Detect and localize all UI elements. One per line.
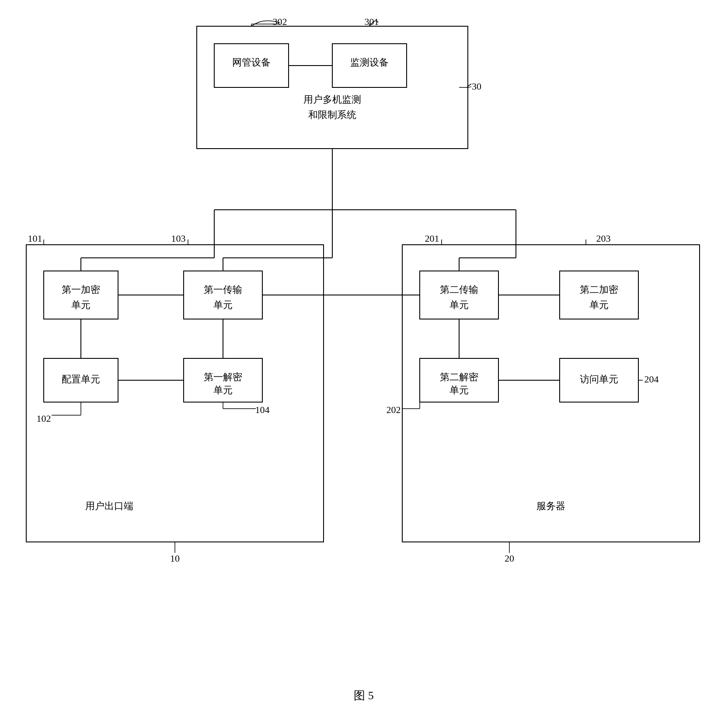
label-101-line1: 第一加密 <box>62 284 100 295</box>
top-system-label-line1: 用户多机监测 <box>303 94 361 105</box>
ref-30: 30 <box>472 81 481 92</box>
label-101-line2: 单元 <box>71 299 91 310</box>
label-301: 监测设备 <box>350 57 389 68</box>
ref-20: 20 <box>505 553 514 564</box>
ref-104: 104 <box>255 404 270 415</box>
ref-301: 301 <box>365 16 379 27</box>
ref-204: 204 <box>644 374 659 385</box>
ref-102: 102 <box>37 413 51 424</box>
label-104-line1: 第一解密 <box>204 371 242 382</box>
top-system-label-line2: 和限制系统 <box>308 109 356 120</box>
label-203-line1: 第二加密 <box>580 284 618 295</box>
label-201-line1: 第二传输 <box>440 284 478 295</box>
label-204: 访问单元 <box>580 374 618 385</box>
left-system-label: 用户出口端 <box>85 500 133 511</box>
label-104-line2: 单元 <box>213 385 233 396</box>
diagram: 网管设备 监测设备 用户多机监测 和限制系统 302 301 30 <box>0 0 728 722</box>
label-103-line2: 单元 <box>213 299 233 310</box>
label-103-line1: 第一传输 <box>204 284 242 295</box>
ref-201: 201 <box>425 233 439 244</box>
ref-203: 203 <box>596 233 611 244</box>
ref-103: 103 <box>171 233 186 244</box>
label-202-line1: 第二解密 <box>440 371 478 382</box>
label-102: 配置单元 <box>62 374 100 385</box>
ref-10: 10 <box>170 553 180 564</box>
ref-101: 101 <box>28 233 42 244</box>
label-201-line2: 单元 <box>449 299 469 310</box>
label-203-line2: 单元 <box>589 299 609 310</box>
ref-202: 202 <box>387 404 401 415</box>
label-202-line2: 单元 <box>449 385 469 396</box>
label-302: 网管设备 <box>232 57 271 68</box>
figure-label: 图 5 <box>354 689 374 702</box>
right-system-label: 服务器 <box>536 500 565 511</box>
